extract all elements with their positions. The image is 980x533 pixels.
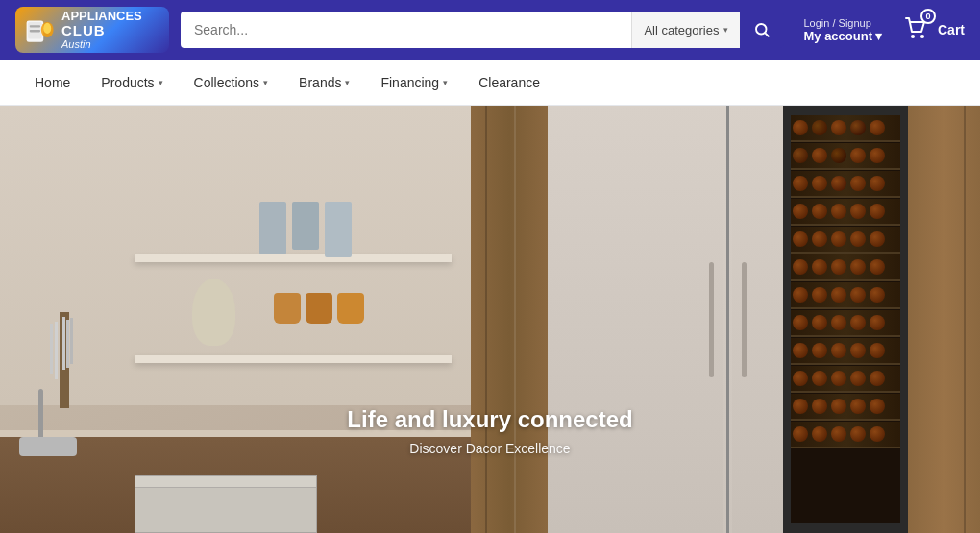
wine-bottle <box>831 287 846 303</box>
wine-shelf-row <box>791 394 900 421</box>
wine-cooler <box>783 106 908 533</box>
wine-bottle <box>850 426 866 442</box>
wine-bottle <box>870 343 885 358</box>
cart-label: Cart <box>938 22 965 37</box>
faucet <box>38 389 43 442</box>
mug-item <box>306 293 332 324</box>
nav-item-brands[interactable]: Brands ▾ <box>283 60 365 106</box>
cabinet-right <box>908 106 980 533</box>
wine-bottle <box>812 259 827 275</box>
wine-interior <box>791 115 900 523</box>
wine-bottle <box>831 399 846 414</box>
svg-rect-3 <box>30 30 40 32</box>
category-dropdown[interactable]: All categories ▾ <box>631 12 740 48</box>
wine-rows <box>791 115 900 523</box>
svg-point-5 <box>43 23 51 34</box>
nav-item-home[interactable]: Home <box>19 60 86 106</box>
wine-bottle <box>870 259 885 275</box>
wine-bottle <box>812 120 827 135</box>
wine-bottle <box>831 204 846 219</box>
wine-bottle <box>793 343 808 358</box>
wine-bottle <box>870 399 885 414</box>
navigation: Home Products ▾ Collections ▾ Brands ▾ F… <box>0 60 980 106</box>
wine-shelf-row <box>791 282 900 309</box>
wine-bottle <box>812 426 827 442</box>
wine-bottle <box>793 120 808 135</box>
nav-item-financing[interactable]: Financing ▾ <box>365 60 463 106</box>
cart-icon-wrap: 0 <box>903 14 930 45</box>
wine-shelf-row <box>791 199 900 226</box>
wine-shelf-row <box>791 171 900 198</box>
svg-line-7 <box>766 33 769 36</box>
nav-item-clearance[interactable]: Clearance <box>463 60 555 106</box>
fridge-handle-left <box>709 262 714 377</box>
wine-bottle <box>831 231 846 247</box>
wine-bottle <box>870 204 885 219</box>
wine-bottle <box>812 371 827 386</box>
nav-item-products[interactable]: Products ▾ <box>86 60 178 106</box>
logo-icon <box>25 14 56 45</box>
dishwasher <box>135 475 317 533</box>
kitchen-left-scene <box>0 106 471 533</box>
cart-button[interactable]: 0 Cart <box>903 14 965 45</box>
wine-shelf-row <box>791 366 900 393</box>
wine-bottle <box>793 204 808 219</box>
chevron-down-icon: ▾ <box>875 29 882 43</box>
wine-bottle <box>793 399 808 414</box>
hero-section: Life and luxury connected Discover Dacor… <box>0 106 980 533</box>
wine-bottle <box>793 315 808 330</box>
wine-bottle <box>870 176 885 191</box>
wine-bottle <box>850 120 866 135</box>
wine-bottle <box>812 231 827 247</box>
wine-bottle <box>812 287 827 303</box>
mugs-items <box>274 293 364 324</box>
svg-rect-2 <box>30 25 40 27</box>
account-menu[interactable]: Login / Signup My account ▾ <box>803 17 882 43</box>
wine-bottle <box>793 287 808 303</box>
wine-bottle <box>870 120 885 135</box>
wine-bottle <box>850 176 866 191</box>
wine-bottle <box>850 259 866 275</box>
wine-shelf-row <box>791 422 900 448</box>
logo[interactable]: APPLIANCES CLUB Austin <box>15 7 169 53</box>
wine-bottle <box>793 231 808 247</box>
wine-bottle <box>831 176 846 191</box>
chevron-down-icon: ▾ <box>159 78 163 87</box>
wine-bottle <box>850 371 866 386</box>
wine-bottle <box>793 148 808 163</box>
wine-bottle <box>870 148 885 163</box>
shelf-boxes <box>259 202 352 257</box>
wine-bottle <box>812 204 827 219</box>
nav-item-collections[interactable]: Collections ▾ <box>179 60 283 106</box>
knife-rack <box>60 312 69 408</box>
chevron-down-icon: ▾ <box>263 78 268 87</box>
cabinet-left <box>471 106 548 533</box>
wine-bottle <box>831 120 846 135</box>
wine-bottle <box>850 343 866 358</box>
hero-title: Life and luxury connected <box>347 406 632 433</box>
hero-subtitle: Discover Dacor Excellence <box>347 441 632 456</box>
fridge-gap <box>726 106 729 533</box>
wine-bottle <box>793 371 808 386</box>
lower-shelf <box>135 355 452 363</box>
wine-bottle <box>870 315 885 330</box>
wine-bottle <box>870 231 885 247</box>
wine-bottle <box>831 426 846 442</box>
svg-point-8 <box>911 35 915 38</box>
cart-badge: 0 <box>920 9 936 24</box>
fridge-door-left <box>548 106 723 533</box>
search-button[interactable] <box>740 12 784 48</box>
logo-text: APPLIANCES CLUB Austin <box>61 10 142 51</box>
hero-overlay: Life and luxury connected Discover Dacor… <box>347 406 632 456</box>
box-item <box>259 202 286 254</box>
wine-shelf-row <box>791 254 900 281</box>
chevron-down-icon: ▾ <box>345 78 350 87</box>
search-input[interactable] <box>181 12 631 48</box>
box-item <box>325 202 352 257</box>
box-item <box>292 202 319 250</box>
wine-shelf-row <box>791 115 900 142</box>
wine-bottle <box>850 231 866 247</box>
wine-bottle <box>812 315 827 330</box>
mug-item <box>337 293 364 324</box>
wine-bottle <box>850 148 866 163</box>
